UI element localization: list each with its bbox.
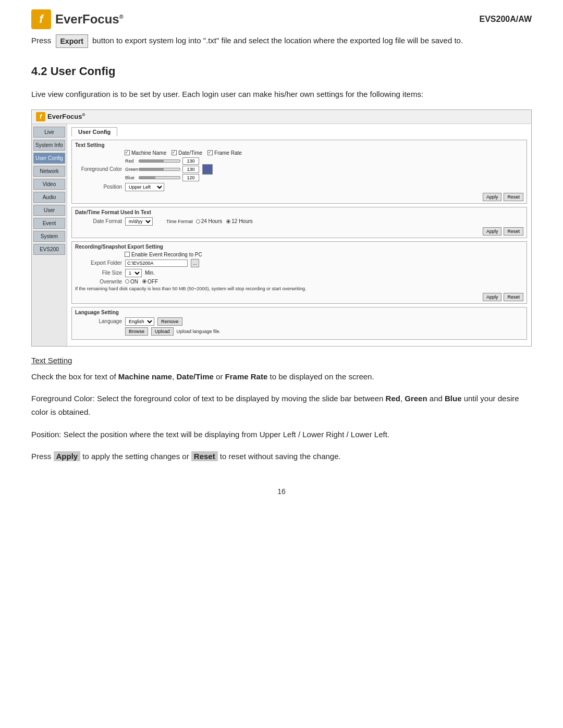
machine-name-label: Machine Name bbox=[131, 150, 166, 156]
file-size-row: File Size 1 Min. bbox=[75, 269, 523, 277]
section-description-text: Live view configuration is to be set by … bbox=[31, 90, 423, 98]
section-heading: 4.2 User Config bbox=[0, 50, 563, 83]
red-slider[interactable] bbox=[139, 159, 180, 163]
position-select[interactable]: Upper Left Lower Right Lower Left bbox=[125, 183, 164, 191]
datetime-format-box: Date/Time Format Used In Text Date Forma… bbox=[71, 207, 527, 238]
paragraph-2: Foreground Color: Select the foreground … bbox=[31, 392, 532, 419]
text-setting-section: Text Setting Check the box for text of M… bbox=[0, 347, 563, 463]
datetime-reset-btn[interactable]: Reset bbox=[504, 227, 523, 236]
radio-24h[interactable] bbox=[196, 219, 200, 224]
section-desc: Live view configuration is to be set by … bbox=[0, 83, 563, 109]
ui-tab-bar: User Config bbox=[71, 127, 527, 137]
export-button-inline: Export bbox=[56, 34, 88, 48]
text-setting-title: Text Setting bbox=[75, 142, 523, 148]
sidebar-item-systeminfo[interactable]: System Info bbox=[33, 140, 65, 151]
page-number: 16 bbox=[0, 472, 563, 506]
framerate-label: Frame Rate bbox=[214, 150, 242, 156]
paragraph-1: Check the box for text of Machine name, … bbox=[31, 370, 532, 384]
remove-language-btn[interactable]: Remove bbox=[157, 317, 182, 326]
page-header: f EverFocus® EVS200A/AW bbox=[0, 0, 563, 29]
upload-btn[interactable]: Upload bbox=[151, 327, 174, 336]
file-size-unit: Min. bbox=[145, 270, 155, 276]
datetime-apply-row: Apply Reset bbox=[75, 227, 523, 236]
bold-red: Red bbox=[386, 394, 400, 403]
reset-highlighted: Reset bbox=[191, 451, 218, 461]
recording-apply-btn[interactable]: Apply bbox=[483, 293, 502, 301]
radio-12h[interactable] bbox=[226, 219, 230, 224]
logo-wordmark: EverFocus bbox=[55, 12, 119, 26]
file-size-select[interactable]: 1 bbox=[125, 269, 142, 277]
datetime-format-title: Date/Time Format Used In Text bbox=[75, 209, 523, 215]
time-format-label: Time Format bbox=[166, 219, 193, 224]
text-setting-apply-btn[interactable]: Apply bbox=[483, 193, 502, 201]
label-12h: 12 Hours bbox=[231, 218, 253, 224]
text-setting-reset-btn[interactable]: Reset bbox=[504, 193, 523, 201]
export-folder-input[interactable] bbox=[125, 260, 188, 267]
position-row: Position Upper Left Lower Right Lower Le… bbox=[75, 183, 523, 191]
recording-reset-btn[interactable]: Reset bbox=[504, 293, 523, 301]
logo-text: EverFocus® bbox=[55, 12, 124, 27]
sidebar-item-userconfig[interactable]: User Config bbox=[33, 153, 65, 164]
date-format-select[interactable]: m/d/yy bbox=[125, 217, 153, 226]
green-label: Green bbox=[125, 167, 137, 172]
recording-apply-row: Apply Reset bbox=[75, 293, 523, 301]
machine-name-row: Machine Name Date/Time Frame Rate bbox=[125, 150, 523, 156]
blue-slider[interactable] bbox=[139, 176, 180, 179]
enable-event-row: Enable Event Recording to PC bbox=[75, 252, 523, 257]
sidebar-item-evs200[interactable]: EVS200 bbox=[33, 244, 65, 255]
datetime-checkbox[interactable] bbox=[172, 150, 177, 155]
language-row: Language English Remove bbox=[75, 317, 523, 326]
datetime-apply-btn[interactable]: Apply bbox=[483, 227, 502, 236]
red-input[interactable] bbox=[182, 157, 199, 165]
file-size-label: File Size bbox=[75, 270, 122, 276]
sidebar-item-video[interactable]: Video bbox=[33, 179, 65, 190]
tab-userconfig[interactable]: User Config bbox=[71, 127, 117, 137]
label-24h: 24 Hours bbox=[201, 218, 223, 224]
upload-row: Browse Upload Upload language file. bbox=[75, 327, 523, 336]
model-name: EVS200A/AW bbox=[480, 9, 532, 24]
sidebar-item-audio[interactable]: Audio bbox=[33, 192, 65, 203]
color-swatch bbox=[202, 164, 213, 175]
ui-layout: Live System Info User Config Network Vid… bbox=[32, 124, 531, 346]
export-line: Press Export button to export system log… bbox=[31, 34, 532, 48]
enable-event-checkbox[interactable] bbox=[125, 252, 130, 257]
ui-logo-text: EverFocus® bbox=[47, 113, 85, 120]
text-setting-box: Text Setting Machine Name Date/Time Fram… bbox=[71, 140, 527, 204]
intro-section: Press Export button to export system log… bbox=[0, 29, 563, 48]
enable-event-label: Enable Event Recording to PC bbox=[131, 252, 202, 257]
overwrite-label: Overwrite bbox=[75, 279, 122, 285]
export-description: button to export system log into ".txt" … bbox=[92, 36, 463, 45]
bold-green: Green bbox=[405, 394, 427, 403]
language-setting-title: Language Setting bbox=[75, 310, 523, 315]
browse-btn[interactable]: Browse bbox=[125, 327, 148, 336]
overwrite-on-radio[interactable] bbox=[125, 279, 129, 283]
time-format-radio-group: 24 Hours 12 Hours bbox=[196, 218, 253, 224]
export-folder-browse-btn[interactable]: ... bbox=[191, 259, 199, 267]
framerate-checkbox[interactable] bbox=[207, 150, 213, 155]
bold-blue: Blue bbox=[445, 394, 462, 403]
paragraph-3: Position: Select the position where the … bbox=[31, 428, 532, 441]
sidebar-item-live[interactable]: Live bbox=[33, 127, 65, 138]
datetime-label: Date/Time bbox=[178, 150, 202, 156]
blue-input[interactable] bbox=[182, 174, 199, 181]
ui-top-bar: f EverFocus® bbox=[32, 110, 531, 124]
language-select[interactable]: English bbox=[125, 317, 154, 326]
sidebar-item-system[interactable]: System bbox=[33, 231, 65, 242]
logo-area: f EverFocus® bbox=[31, 9, 124, 29]
date-format-label: Date Format bbox=[75, 218, 122, 224]
overwrite-radio-group: ON OFF bbox=[125, 279, 158, 285]
machine-name-checkbox[interactable] bbox=[125, 150, 130, 155]
press-text: Press bbox=[31, 36, 51, 45]
sidebar-item-event[interactable]: Event bbox=[33, 218, 65, 229]
overwrite-on-label: ON bbox=[130, 279, 138, 285]
sidebar-item-network[interactable]: Network bbox=[33, 166, 65, 177]
everfocus-logo-icon: f bbox=[31, 9, 51, 29]
overwrite-off-radio[interactable] bbox=[142, 279, 146, 283]
export-folder-row: Export Folder ... bbox=[75, 259, 523, 267]
ui-sidebar: Live System Info User Config Network Vid… bbox=[32, 124, 67, 346]
green-slider[interactable] bbox=[139, 168, 180, 171]
ui-main-content: User Config Text Setting Machine Name Da… bbox=[67, 124, 531, 346]
sidebar-item-user[interactable]: User bbox=[33, 205, 65, 216]
green-input[interactable] bbox=[182, 166, 199, 173]
text-setting-heading: Text Setting bbox=[31, 356, 532, 365]
